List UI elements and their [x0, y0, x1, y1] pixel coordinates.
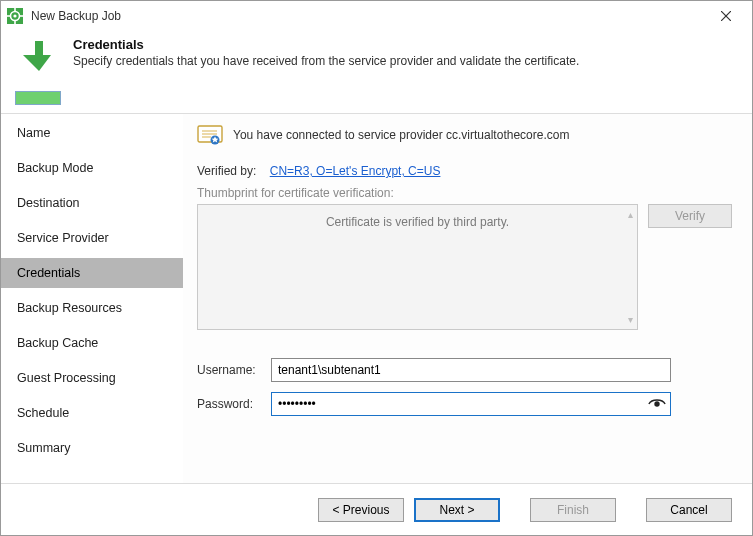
svg-rect-3	[14, 8, 16, 11]
connected-message: You have connected to service provider c…	[233, 128, 569, 142]
previous-button[interactable]: < Previous	[318, 498, 404, 522]
step-backup-resources[interactable]: Backup Resources	[1, 293, 183, 323]
verified-by-link[interactable]: CN=R3, O=Let's Encrypt, C=US	[270, 164, 441, 178]
svg-rect-4	[14, 21, 16, 24]
password-label: Password:	[197, 397, 271, 411]
app-icon	[7, 8, 23, 24]
scroll-down-icon[interactable]: ▾	[628, 314, 633, 325]
username-label: Username:	[197, 363, 271, 377]
reveal-password-icon[interactable]	[647, 395, 667, 413]
svg-rect-5	[7, 15, 10, 17]
progress-strip	[15, 91, 61, 105]
thumbprint-message: Certificate is verified by third party.	[218, 215, 617, 229]
step-destination[interactable]: Destination	[1, 188, 183, 218]
wizard-footer: < Previous Next > Finish Cancel	[1, 483, 752, 535]
next-button[interactable]: Next >	[414, 498, 500, 522]
step-schedule[interactable]: Schedule	[1, 398, 183, 428]
window-title: New Backup Job	[31, 9, 706, 23]
content-panel: You have connected to service provider c…	[183, 114, 752, 510]
username-input[interactable]	[271, 358, 671, 382]
scroll-up-icon[interactable]: ▴	[628, 209, 633, 220]
title-bar: New Backup Job	[1, 1, 752, 31]
verified-by-row: Verified by: CN=R3, O=Let's Encrypt, C=U…	[197, 164, 732, 178]
close-button[interactable]	[706, 1, 746, 31]
step-backup-cache[interactable]: Backup Cache	[1, 328, 183, 358]
svg-point-2	[13, 14, 16, 17]
download-arrow-icon	[19, 37, 59, 77]
svg-point-14	[654, 401, 659, 406]
step-guest-processing[interactable]: Guest Processing	[1, 363, 183, 393]
step-service-provider[interactable]: Service Provider	[1, 223, 183, 253]
wizard-header: Credentials Specify credentials that you…	[1, 31, 752, 85]
cancel-button[interactable]: Cancel	[646, 498, 732, 522]
step-summary[interactable]: Summary	[1, 433, 183, 463]
wizard-steps-sidebar: Name Backup Mode Destination Service Pro…	[1, 114, 183, 510]
thumbprint-label: Thumbprint for certificate verification:	[197, 186, 732, 200]
thumbprint-box: Certificate is verified by third party. …	[197, 204, 638, 330]
step-name[interactable]: Name	[1, 118, 183, 148]
header-heading: Credentials	[73, 37, 579, 52]
header-subheading: Specify credentials that you have receiv…	[73, 54, 579, 68]
password-input[interactable]	[271, 392, 671, 416]
step-credentials[interactable]: Credentials	[1, 258, 183, 288]
finish-button: Finish	[530, 498, 616, 522]
svg-rect-6	[20, 15, 23, 17]
step-backup-mode[interactable]: Backup Mode	[1, 153, 183, 183]
verified-by-label: Verified by:	[197, 164, 256, 178]
certificate-icon	[197, 124, 223, 146]
verify-button: Verify	[648, 204, 732, 228]
